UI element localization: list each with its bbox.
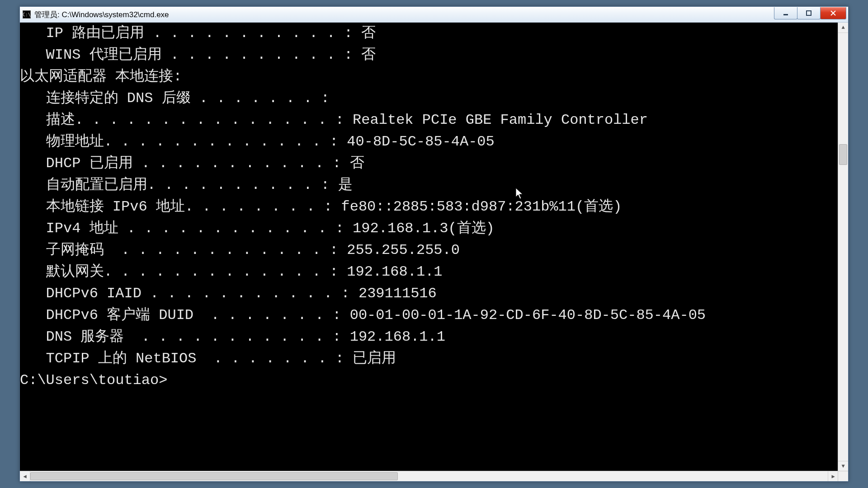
console-line: 本地链接 IPv6 地址. . . . . . . . : fe80::2885… [20, 196, 848, 218]
window-controls [774, 7, 846, 19]
console-line: 子网掩码 . . . . . . . . . . . . : 255.255.2… [20, 239, 848, 261]
titlebar[interactable]: C:\ 管理员: C:\Windows\system32\cmd.exe [20, 7, 848, 23]
desktop: C:\ 管理员: C:\Windows\system32\cmd.exe [0, 0, 868, 488]
console-line: 默认网关. . . . . . . . . . . . . : 192.168.… [20, 261, 848, 283]
console-line: IPv4 地址 . . . . . . . . . . . . : 192.16… [20, 218, 848, 239]
minimize-icon [783, 10, 789, 16]
console-line: 物理地址. . . . . . . . . . . . . : 40-8D-5C… [20, 131, 848, 153]
vertical-scrollbar[interactable]: ▲ ▼ [838, 23, 848, 471]
horizontal-scrollbar[interactable]: ◀ ▶ [20, 471, 838, 481]
scroll-left-button[interactable]: ◀ [20, 471, 30, 481]
console-line: DNS 服务器 . . . . . . . . . . . : 192.168.… [20, 326, 848, 348]
horizontal-scroll-track[interactable] [30, 471, 828, 481]
vertical-scroll-thumb[interactable] [839, 144, 847, 165]
console-output[interactable]: IP 路由已启用 . . . . . . . . . . . : 否 WINS … [20, 23, 848, 481]
console-line: WINS 代理已启用 . . . . . . . . . . : 否 [20, 44, 848, 66]
maximize-button[interactable] [797, 7, 821, 19]
close-icon [830, 10, 836, 16]
scroll-up-button[interactable]: ▲ [838, 23, 848, 33]
console-line: 连接特定的 DNS 后缀 . . . . . . . : [20, 88, 848, 109]
cmd-window: C:\ 管理员: C:\Windows\system32\cmd.exe [19, 6, 849, 482]
scroll-right-button[interactable]: ▶ [828, 471, 838, 481]
console-line: DHCPv6 客户端 DUID . . . . . . . : 00-01-00… [20, 305, 848, 326]
cmd-icon: C:\ [23, 10, 31, 19]
window-title: 管理员: C:\Windows\system32\cmd.exe [34, 9, 169, 20]
maximize-icon [806, 10, 812, 16]
scroll-down-button[interactable]: ▼ [838, 461, 848, 471]
horizontal-scroll-thumb[interactable] [30, 472, 398, 480]
console-line: 以太网适配器 本地连接: [20, 66, 848, 88]
vertical-scroll-track[interactable] [838, 33, 848, 461]
console-line: 自动配置已启用. . . . . . . . . . : 是 [20, 174, 848, 196]
size-grip[interactable] [838, 471, 848, 481]
console-line: DHCP 已启用 . . . . . . . . . . . : 否 [20, 153, 848, 174]
console-line: C:\Users\toutiao> [20, 370, 848, 391]
svg-rect-1 [807, 11, 811, 15]
svg-rect-0 [783, 14, 788, 15]
console-line: TCPIP 上的 NetBIOS . . . . . . . : 已启用 [20, 348, 848, 370]
minimize-button[interactable] [774, 7, 797, 19]
console-line: DHCPv6 IAID . . . . . . . . . . . : 2391… [20, 283, 848, 305]
close-button[interactable] [820, 7, 846, 19]
console-line: 描述. . . . . . . . . . . . . . . : Realte… [20, 109, 848, 131]
client-area: IP 路由已启用 . . . . . . . . . . . : 否 WINS … [20, 23, 848, 481]
console-line: IP 路由已启用 . . . . . . . . . . . : 否 [20, 23, 848, 44]
